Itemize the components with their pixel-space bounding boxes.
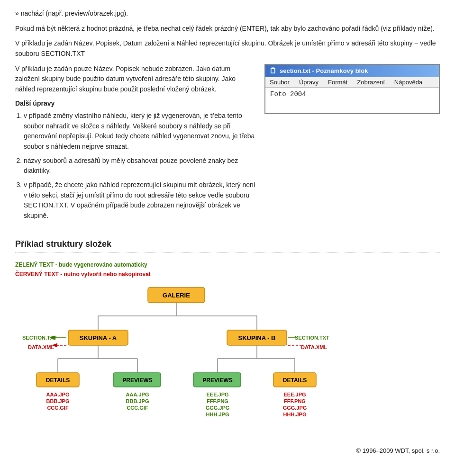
svg-text:CCC.GIF: CCC.GIF [47,405,69,411]
svg-text:DETAILS: DETAILS [46,377,70,384]
legend-green: ZELENÝ TEXT - bude vygenerováno automati… [15,260,440,269]
legend: ZELENÝ TEXT - bude vygenerováno automati… [15,260,440,279]
svg-text:EEE.JPG: EEE.JPG [283,392,306,397]
list-item-2: názvy souborů a adresářů by měly obsahov… [24,156,256,176]
para-1-text: nachází (např. preview/obrazek.jpg). [21,9,128,17]
para-4a: V příkladu je zadán pouze Název. Popisek… [15,64,256,95]
svg-text:FFF.PNG: FFF.PNG [207,398,228,404]
svg-text:DETAILS: DETAILS [283,377,307,384]
numbered-list: v případě změny vlastního náhledu, který… [24,111,256,221]
svg-text:HHH.JPG: HHH.JPG [283,412,307,417]
para-4a-text: V příkladu je zadán pouze Název. Popisek… [15,65,236,93]
para-3-text: V příkladu je zadán Název, Popisek, Datu… [15,39,436,57]
notepad-window: 🗒 section.txt - Poznámkový blok Soubor Ú… [264,64,440,114]
list-item-1: v případě změny vlastního náhledu, který… [24,111,256,152]
svg-text:SKUPINA - A: SKUPINA - A [80,334,117,341]
footer: © 1996–2009 WDT, spol. s r.o. [15,447,440,454]
svg-text:BBB.JPG: BBB.JPG [126,398,149,404]
inline-section: V příkladu je zadán pouze Název. Popisek… [15,64,440,226]
svg-text:GGG.JPG: GGG.JPG [206,405,230,411]
diagram-area: ZELENÝ TEXT - bude vygenerováno automati… [15,260,440,436]
further-header: Další úpravy [15,99,256,107]
svg-text:DATA.XML: DATA.XML [301,344,327,350]
diagram-svg: GALERIE SKUPINA - A SKUPINA - B SECTION.… [15,283,440,436]
notepad-menu-zobrazeni[interactable]: Zobrazení [355,78,386,86]
section-title: Příklad struktury složek [15,239,440,252]
svg-text:GALERIE: GALERIE [163,292,190,299]
notepad-titlebar: 🗒 section.txt - Poznámkový blok [265,65,439,77]
structure-diagram: GALERIE SKUPINA - A SKUPINA - B SECTION.… [15,283,442,434]
svg-text:AAA.JPG: AAA.JPG [46,392,70,397]
svg-text:PREVIEWS: PREVIEWS [202,377,232,384]
svg-text:BBB.JPG: BBB.JPG [46,398,70,404]
copyright: © 1996–2009 WDT, spol. s r.o. [356,447,440,454]
inline-text-col: V příkladu je zadán pouze Název. Popisek… [15,64,256,226]
notepad-title: section.txt - Poznámkový blok [280,67,368,74]
svg-text:AAA.JPG: AAA.JPG [126,392,149,397]
notepad-icon: 🗒 [269,67,277,75]
svg-text:FFF.PNG: FFF.PNG [284,398,306,404]
svg-text:CCC.GIF: CCC.GIF [127,405,148,411]
svg-text:DATA.XML: DATA.XML [28,344,54,350]
list-item-3: v případě, že chcete jako náhled repreze… [24,180,256,221]
notepad-menu-upravy[interactable]: Úpravy [298,78,320,86]
notepad-menu-soubor[interactable]: Soubor [268,78,291,86]
svg-text:SECTION.TXT: SECTION.TXT [295,335,329,341]
notepad-content: Foto 2004 [265,88,439,113]
svg-text:PREVIEWS: PREVIEWS [122,377,152,384]
svg-text:EEE.JPG: EEE.JPG [206,392,228,397]
notepad-menu-napoveda[interactable]: Nápověda [393,78,424,86]
para-1: » nachází (např. preview/obrazek.jpg). [15,9,440,19]
notepad-menubar: Soubor Úpravy Formát Zobrazení Nápověda [265,77,439,88]
para-3: V příkladu je zadán Název, Popisek, Datu… [15,38,440,59]
legend-red: ČERVENÝ TEXT - nutno vytvořit nebo nakop… [15,269,440,279]
svg-text:GGG.JPG: GGG.JPG [283,405,307,411]
para-2: Pokud má být některá z hodnot prázdná, j… [15,24,440,34]
svg-text:SKUPINA - B: SKUPINA - B [238,334,276,341]
svg-text:HHH.JPG: HHH.JPG [206,412,229,417]
page-content: » nachází (např. preview/obrazek.jpg). P… [15,9,440,454]
notepad-menu-format[interactable]: Formát [327,78,349,86]
para-2-text: Pokud má být některá z hodnot prázdná, j… [15,25,435,32]
